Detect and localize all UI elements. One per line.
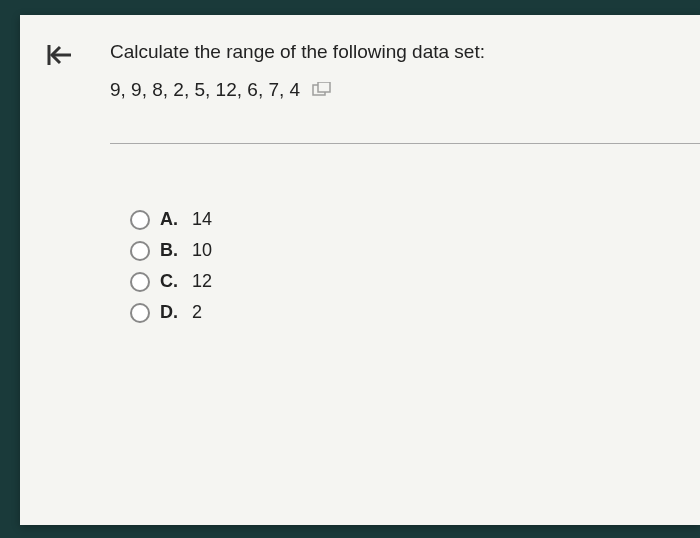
copy-button[interactable]: [312, 82, 332, 98]
choice-letter: A.: [160, 209, 182, 230]
radio-b[interactable]: [130, 241, 150, 261]
choice-letter: B.: [160, 240, 182, 261]
choice-letter: D.: [160, 302, 182, 323]
question-panel: Calculate the range of the following dat…: [20, 15, 700, 525]
collapse-left-icon: [44, 39, 76, 71]
radio-c[interactable]: [130, 272, 150, 292]
choice-value: 2: [192, 302, 202, 323]
choices-list: A. 14 B. 10 C. 12 D. 2: [110, 209, 700, 323]
radio-d[interactable]: [130, 303, 150, 323]
choice-value: 10: [192, 240, 212, 261]
question-data-set: 9, 9, 8, 2, 5, 12, 6, 7, 4: [110, 79, 300, 101]
choice-value: 14: [192, 209, 212, 230]
choice-d[interactable]: D. 2: [130, 302, 700, 323]
data-line: 9, 9, 8, 2, 5, 12, 6, 7, 4: [110, 79, 700, 101]
main-column: Calculate the range of the following dat…: [110, 15, 700, 525]
nav-column: [20, 15, 110, 525]
choice-b[interactable]: B. 10: [130, 240, 700, 261]
content-area: Calculate the range of the following dat…: [20, 15, 700, 525]
choice-value: 12: [192, 271, 212, 292]
choice-a[interactable]: A. 14: [130, 209, 700, 230]
divider: [110, 143, 700, 144]
radio-a[interactable]: [130, 210, 150, 230]
question-prompt: Calculate the range of the following dat…: [110, 37, 700, 67]
collapse-left-button[interactable]: [42, 37, 78, 73]
choice-c[interactable]: C. 12: [130, 271, 700, 292]
choice-letter: C.: [160, 271, 182, 292]
copy-icon: [312, 82, 332, 98]
svg-rect-3: [318, 82, 330, 92]
